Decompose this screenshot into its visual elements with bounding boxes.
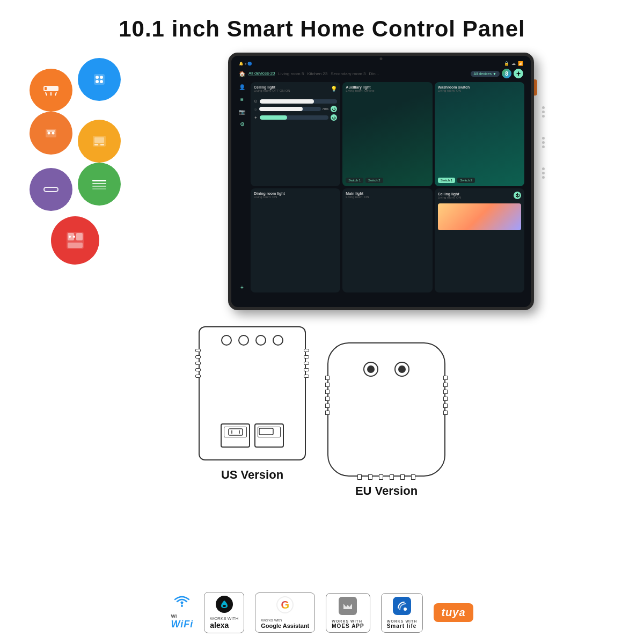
bottom-section: US Version [0, 316, 644, 509]
eu-pin-left [363, 362, 378, 377]
card-sub-4: Living room: ON [254, 195, 337, 199]
eu-version-box: EU Version [327, 342, 445, 498]
card-sub-6: Living room: ON [438, 196, 461, 199]
eu-right-pins [443, 376, 448, 415]
svg-point-34 [181, 605, 183, 607]
tablet-sidebar: 👤 ≡ 📷 ⚙ + [236, 80, 248, 295]
us-bottom-connectors [221, 423, 284, 452]
circuit-icon [51, 216, 99, 265]
nav-tab-living[interactable]: Living room 5 [278, 71, 304, 76]
device-card-dining: Dining room light Living room: ON [251, 188, 340, 292]
smartlife-works-label: WORKS WITH [387, 619, 418, 623]
us-version-diagram [199, 326, 306, 460]
alexa-text: WORKS WITH alexa [210, 616, 238, 630]
device-card-ceiling2: Ceiling light Living room: ON ⏻ [435, 188, 524, 292]
tablet-nav: 🏠 All devices·20 Living room 5 Kitchen 2… [236, 67, 526, 80]
alexa-badge: WORKS WITH alexa [204, 592, 244, 633]
icon-grid [24, 63, 126, 216]
wifi-badge: Wi WiFi [171, 595, 194, 630]
card-sliders-1: ⊙ ☼ [254, 99, 337, 121]
google-works-label: Works with [261, 618, 309, 623]
us-version-label: US Version [221, 468, 283, 482]
smartlife-badge: WORKS WITH Smart life [381, 593, 423, 633]
switch1-label-2[interactable]: Switch 1 [346, 178, 363, 183]
svg-rect-21 [92, 183, 106, 184]
page-title: 10.1 inch Smart Home Control Panel [0, 0, 644, 42]
switch2-label-3[interactable]: Switch 2 [457, 178, 475, 183]
card-title-1: Ceiling light [254, 85, 290, 89]
moes-works-label: WORKS WITH [332, 619, 364, 623]
moes-label: MOES APP [332, 623, 364, 629]
svg-rect-16 [94, 144, 98, 145]
tablet-right-dots [542, 106, 545, 179]
svg-point-7 [100, 76, 103, 79]
svg-line-1 [46, 92, 47, 96]
svg-rect-15 [94, 137, 104, 143]
nav-tab-all[interactable]: All devices·20 [248, 71, 275, 76]
svg-rect-38 [396, 599, 408, 612]
us-left-pins [195, 349, 201, 378]
card-title-6: Ceiling light [438, 192, 461, 196]
svg-rect-26 [76, 233, 83, 240]
nav-tab-kitchen[interactable]: Kitchen 23 [307, 71, 327, 76]
card-sub-3: Living room: ON [438, 89, 470, 92]
smartlife-icon [393, 597, 411, 615]
tablet-filter: All devices ▼ 8 + [471, 69, 523, 78]
svg-line-3 [55, 92, 56, 96]
alexa-works-label: WORKS WITH [210, 616, 238, 621]
wifi-icon [174, 595, 189, 610]
tablet-screen: 🔔 ♦ 🔵 🔒☁📶 🏠 All devices·20 Living room 5… [231, 56, 531, 307]
moes-icon [339, 597, 357, 615]
badges-row: Wi WiFi WORKS WITH alexa G Works with Go… [0, 592, 644, 633]
wifi-text: Wi WiFi [171, 613, 194, 630]
svg-point-39 [404, 608, 407, 611]
left-icons-panel [21, 53, 129, 265]
svg-rect-17 [100, 144, 104, 145]
svg-point-29 [73, 236, 75, 238]
purple-ac-icon [30, 168, 72, 211]
tablet-cards: Ceiling light Living room: OFF·ON·ON 💡 ⊙ [248, 80, 526, 295]
card-title-2: Auxiliary light [346, 85, 429, 89]
card-title-3: Washroom switch [438, 85, 470, 89]
ac-icon [30, 69, 72, 112]
svg-point-12 [52, 132, 55, 135]
us-connector-2 [254, 423, 284, 448]
tablet-container: 🔔 ♦ 🔵 🔒☁📶 🏠 All devices·20 Living room 5… [140, 53, 623, 310]
moes-text: WORKS WITH MOES APP [332, 619, 364, 629]
google-text: Works with Google Assistant [261, 618, 309, 629]
filter-pill[interactable]: All devices ▼ [471, 71, 500, 77]
svg-point-9 [100, 80, 103, 83]
svg-rect-5 [94, 74, 105, 85]
device-card-ceiling-light: Ceiling light Living room: OFF·ON·ON 💡 ⊙ [251, 82, 340, 186]
svg-rect-22 [92, 186, 106, 187]
moes-badge: WORKS WITH MOES APP [326, 593, 370, 633]
tablet-device: 🔔 ♦ 🔵 🔒☁📶 🏠 All devices·20 Living room 5… [228, 53, 534, 310]
svg-point-11 [48, 132, 50, 135]
card-title-4: Dining room light [254, 192, 337, 195]
us-right-pins [304, 349, 309, 378]
eu-bottom-pins [357, 474, 415, 480]
svg-point-36 [223, 605, 226, 607]
switch2-label-2[interactable]: Switch 2 [365, 178, 383, 183]
device-card-main: Main light Living room: ON [342, 188, 432, 292]
tablet-camera [380, 57, 383, 60]
main-content: 🔔 ♦ 🔵 🔒☁📶 🏠 All devices·20 Living room 5… [0, 42, 644, 310]
nav-tab-dining[interactable]: Din... [369, 71, 379, 76]
us-top-pins [221, 335, 283, 346]
card-sub-1: Living room: OFF·ON·ON [254, 89, 290, 92]
card-sub-2: Living room: Off·line [346, 89, 429, 92]
filter-count: 8 [502, 69, 511, 78]
nav-tab-secondary[interactable]: Secondary room 3 [331, 71, 365, 76]
card-sub-5: Living room: ON [346, 195, 429, 199]
svg-point-28 [69, 236, 71, 238]
svg-rect-23 [92, 188, 106, 189]
svg-rect-19 [45, 188, 57, 191]
us-version-box: US Version [199, 326, 306, 482]
alexa-icon [216, 596, 233, 613]
device-card-auxiliary: Auxiliary light Living room: Off·line Sw… [342, 82, 432, 186]
add-device-button[interactable]: + [514, 69, 523, 78]
smartlife-label: Smart life [387, 623, 418, 629]
switch1-label-3[interactable]: Switch 1 [438, 178, 456, 183]
eu-pin-right [394, 362, 409, 377]
tablet-topbar: 🔔 ♦ 🔵 🔒☁📶 [236, 60, 526, 67]
